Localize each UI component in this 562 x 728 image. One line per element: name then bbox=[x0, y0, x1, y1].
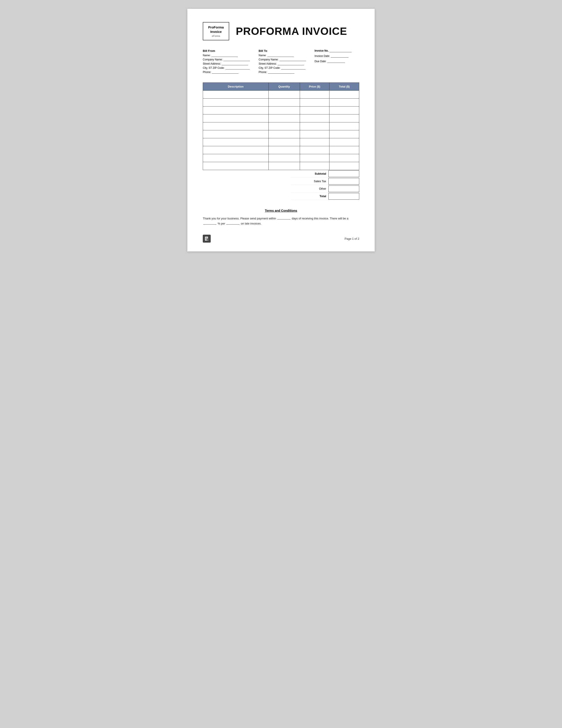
footer: e Page 1 of 2 bbox=[203, 235, 359, 243]
due-date: Due Date: bbox=[314, 60, 359, 63]
table-row bbox=[203, 107, 359, 114]
other-value[interactable] bbox=[328, 185, 359, 192]
terms-blank-days[interactable] bbox=[277, 216, 290, 219]
table-row bbox=[203, 114, 359, 122]
svg-rect-2 bbox=[206, 238, 208, 239]
bill-to-label: Bill To bbox=[259, 49, 315, 52]
bill-to: Bill To Name: Company Name: Street Addre… bbox=[259, 49, 315, 75]
logo-line1: ProForma bbox=[208, 25, 224, 29]
terms-title: Terms and Conditions bbox=[203, 209, 359, 212]
page-title: PROFORMA INVOICE bbox=[236, 25, 347, 37]
col-description: Description bbox=[203, 83, 269, 91]
logo-line2: Invoice bbox=[210, 30, 222, 34]
sales-tax-value[interactable] bbox=[328, 178, 359, 185]
totals-section: Subtotal Sales Tax Other Total bbox=[203, 170, 359, 200]
bill-to-city: City, ST ZIP Code: bbox=[259, 66, 315, 69]
svg-rect-3 bbox=[206, 239, 207, 240]
logo-title: ProForma Invoice bbox=[208, 25, 224, 34]
invoice-date: Invoice Date: bbox=[314, 54, 359, 58]
table-row bbox=[203, 162, 359, 170]
table-row bbox=[203, 99, 359, 107]
total-row: Total bbox=[291, 193, 359, 200]
col-price: Price ($) bbox=[300, 83, 329, 91]
invoice-info: Invoice No. Invoice Date: Due Date: bbox=[314, 49, 359, 75]
bill-to-street: Street Address: bbox=[259, 62, 315, 65]
table-row bbox=[203, 91, 359, 99]
billing-section: Bill From Name: Company Name: Street Add… bbox=[203, 49, 359, 75]
bill-to-name: Name: bbox=[259, 54, 315, 57]
svg-text:e: e bbox=[208, 239, 209, 241]
sales-tax-row: Sales Tax bbox=[291, 178, 359, 185]
table-header: Description Quantity Price ($) Total ($) bbox=[203, 83, 359, 91]
col-quantity: Quantity bbox=[269, 83, 300, 91]
bill-from-city: City, ST ZIP Code: bbox=[203, 66, 259, 69]
terms-blank-percent[interactable] bbox=[203, 221, 217, 225]
terms-text: Thank you for your business. Please send… bbox=[203, 216, 359, 226]
bill-from-label: Bill From bbox=[203, 49, 259, 52]
eforms-icon: e bbox=[203, 235, 211, 243]
invoice-table: Description Quantity Price ($) Total ($) bbox=[203, 82, 359, 170]
invoice-page: ProForma Invoice eForms PROFORMA INVOICE… bbox=[187, 9, 375, 251]
total-value[interactable] bbox=[328, 193, 359, 200]
page-number: Page 1 of 2 bbox=[345, 237, 359, 240]
bill-from-street: Street Address: bbox=[203, 62, 259, 65]
other-label: Other bbox=[291, 187, 328, 190]
bill-to-company: Company Name: bbox=[259, 58, 315, 61]
table-row bbox=[203, 154, 359, 162]
table-row bbox=[203, 130, 359, 138]
other-row: Other bbox=[291, 185, 359, 193]
bill-from-company: Company Name: bbox=[203, 58, 259, 61]
table-row bbox=[203, 146, 359, 154]
total-label: Total bbox=[291, 195, 328, 198]
header: ProForma Invoice eForms PROFORMA INVOICE bbox=[203, 22, 359, 40]
terms-blank-period[interactable] bbox=[226, 221, 240, 225]
subtotal-label: Subtotal bbox=[291, 172, 328, 175]
logo-box: ProForma Invoice eForms bbox=[203, 22, 229, 40]
table-row bbox=[203, 138, 359, 146]
logo-brand: eForms bbox=[208, 35, 224, 37]
invoice-table-container: Description Quantity Price ($) Total ($) bbox=[203, 82, 359, 170]
bill-to-phone: Phone: bbox=[259, 71, 315, 74]
svg-rect-1 bbox=[206, 238, 208, 238]
table-header-row: Description Quantity Price ($) Total ($) bbox=[203, 83, 359, 91]
invoice-number: Invoice No. bbox=[314, 49, 359, 52]
totals-grid: Subtotal Sales Tax Other Total bbox=[291, 170, 359, 200]
bill-from-name: Name: bbox=[203, 54, 259, 57]
bill-from: Bill From Name: Company Name: Street Add… bbox=[203, 49, 259, 75]
subtotal-row: Subtotal bbox=[291, 170, 359, 178]
col-total: Total ($) bbox=[329, 83, 359, 91]
table-body bbox=[203, 91, 359, 170]
terms-section: Terms and Conditions Thank you for your … bbox=[203, 209, 359, 226]
table-row bbox=[203, 122, 359, 130]
sales-tax-label: Sales Tax bbox=[291, 180, 328, 183]
subtotal-value[interactable] bbox=[328, 170, 359, 177]
bill-from-phone: Phone: bbox=[203, 71, 259, 74]
